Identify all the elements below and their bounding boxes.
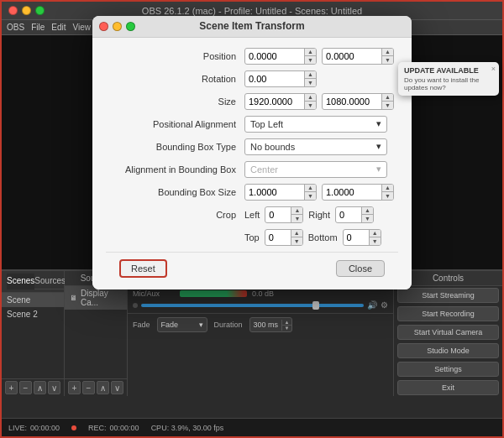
size-w-down[interactable]: ▼: [305, 102, 316, 110]
rotation-down[interactable]: ▼: [305, 79, 316, 87]
bbox-type-label: Bounding Box Type: [106, 142, 244, 152]
status-bar: LIVE: 00:00:00 REC: 00:00:00 CPU: 3.9%, …: [2, 418, 502, 436]
volume-slider-row: 🔊 ⚙: [133, 300, 388, 310]
duration-down[interactable]: ▼: [282, 326, 291, 331]
start-virtual-camera-button[interactable]: Start Virtual Camera: [397, 325, 499, 340]
position-y-field[interactable]: 0.0000: [323, 49, 381, 64]
close-dialog-button[interactable]: Close: [336, 260, 385, 277]
size-w-up[interactable]: ▲: [305, 93, 316, 102]
scenes-remove-button[interactable]: −: [19, 381, 32, 394]
mic-aux-db: 0.0 dB: [252, 289, 274, 298]
bbox-w-up[interactable]: ▲: [305, 184, 316, 193]
rotation-field[interactable]: 0.00: [245, 71, 304, 86]
tab-sources-mini[interactable]: Sources: [34, 274, 66, 289]
crop-right-input[interactable]: 0 ▲ ▼: [335, 206, 374, 223]
crop-top-field[interactable]: 0: [265, 230, 291, 245]
source-item-display[interactable]: 🖥 Display Ca...: [65, 286, 127, 310]
positional-alignment-select[interactable]: Top Left ▾: [244, 116, 387, 133]
position-x-field[interactable]: 0.0000: [245, 49, 304, 64]
menu-file[interactable]: File: [31, 23, 45, 32]
dialog-buttons: Reset Close: [106, 252, 398, 278]
bbox-h-field[interactable]: 1.0000: [323, 185, 381, 200]
bbox-h-up[interactable]: ▲: [382, 184, 393, 193]
sources-bottom-bar: + − ∧ ∨: [65, 378, 127, 396]
crop-left-field[interactable]: 0: [265, 207, 291, 222]
bbox-w-down[interactable]: ▼: [305, 192, 316, 201]
size-h-field[interactable]: 1080.0000: [323, 94, 381, 109]
crop-right-up[interactable]: ▲: [362, 206, 373, 216]
size-h-up[interactable]: ▲: [382, 93, 393, 102]
scenes-down-button[interactable]: ∨: [48, 381, 60, 394]
crop-bottom-up[interactable]: ▲: [370, 229, 381, 238]
bbox-type-select[interactable]: No bounds ▾: [244, 138, 387, 155]
crop-right-down[interactable]: ▼: [362, 215, 373, 223]
crop-right-field[interactable]: 0: [336, 207, 361, 222]
alignment-bbox-select[interactable]: Center ▾: [244, 161, 387, 178]
crop-top-up[interactable]: ▲: [291, 229, 302, 238]
crop-left-input[interactable]: 0 ▲ ▼: [265, 206, 303, 223]
maximize-button[interactable]: [35, 6, 45, 15]
fade-select[interactable]: Fade ▾: [157, 317, 207, 332]
bbox-h-down[interactable]: ▼: [382, 192, 393, 201]
mute-icon[interactable]: [133, 303, 138, 308]
sources-up-button[interactable]: ∧: [97, 381, 109, 394]
scenes-add-button[interactable]: +: [5, 381, 18, 394]
size-w-input[interactable]: 1920.0000 ▲ ▼: [244, 93, 317, 110]
volume-slider[interactable]: [141, 304, 364, 307]
position-x-up[interactable]: ▲: [305, 48, 316, 57]
sources-remove-button[interactable]: −: [82, 381, 95, 394]
position-y-up[interactable]: ▲: [382, 48, 393, 57]
bbox-w-arrows: ▲ ▼: [304, 184, 316, 201]
volume-handle[interactable]: [312, 301, 319, 310]
crop-bottom-field[interactable]: 0: [344, 230, 369, 245]
minimize-button[interactable]: [22, 6, 31, 15]
crop-top-input[interactable]: 0 ▲ ▼: [265, 229, 303, 246]
position-y-down[interactable]: ▼: [382, 56, 393, 65]
close-button[interactable]: [8, 6, 18, 15]
bbox-h-input[interactable]: 1.0000 ▲ ▼: [322, 184, 394, 201]
bbox-type-row: Bounding Box Type No bounds ▾: [106, 138, 398, 155]
dialog-maximize-button[interactable]: [126, 22, 135, 31]
position-x-input[interactable]: 0.0000 ▲ ▼: [244, 48, 317, 65]
scenes-up-button[interactable]: ∧: [34, 381, 46, 394]
rotation-up[interactable]: ▲: [305, 70, 316, 80]
start-streaming-button[interactable]: Start Streaming: [397, 288, 499, 303]
duration-up[interactable]: ▲: [282, 320, 291, 326]
sources-add-button[interactable]: +: [68, 381, 81, 394]
menu-edit[interactable]: Edit: [51, 23, 66, 32]
scene-item-scene1[interactable]: Scene: [2, 293, 64, 307]
dialog-close-button[interactable]: [99, 22, 108, 31]
scene-item-scene2[interactable]: Scene 2: [2, 307, 64, 321]
crop-top-down[interactable]: ▼: [291, 237, 302, 246]
crop-left-up[interactable]: ▲: [291, 206, 302, 216]
size-w-field[interactable]: 1920.0000: [245, 94, 304, 109]
bbox-w-field[interactable]: 1.0000: [245, 185, 304, 200]
rotation-input[interactable]: 0.00 ▲ ▼: [244, 70, 317, 87]
reset-button[interactable]: Reset: [119, 259, 167, 278]
crop-bottom-input[interactable]: 0 ▲ ▼: [343, 229, 381, 246]
crop-left-down[interactable]: ▼: [291, 215, 302, 223]
size-h-input[interactable]: 1080.0000 ▲ ▼: [322, 93, 394, 110]
duration-input[interactable]: 300 ms ▲ ▼: [249, 317, 293, 332]
tab-scenes[interactable]: Scenes: [7, 274, 34, 289]
position-x-down[interactable]: ▼: [305, 56, 316, 65]
position-y-input[interactable]: 0.0000 ▲ ▼: [322, 48, 394, 65]
dialog-minimize-button[interactable]: [113, 22, 122, 31]
position-x-arrows: ▲ ▼: [304, 48, 316, 65]
menu-obs[interactable]: OBS: [7, 23, 24, 32]
studio-mode-button[interactable]: Studio Mode: [397, 343, 499, 358]
menu-view[interactable]: View: [72, 23, 91, 32]
crop-bottom-down[interactable]: ▼: [370, 237, 381, 246]
size-w-arrows: ▲ ▼: [304, 93, 316, 110]
settings-button[interactable]: Settings: [397, 362, 499, 377]
bbox-w-input[interactable]: 1.0000 ▲ ▼: [244, 184, 317, 201]
volume-icon[interactable]: 🔊: [367, 300, 377, 310]
mic-aux-label: Mic/Aux: [133, 289, 175, 298]
sources-down-button[interactable]: ∨: [111, 381, 123, 394]
exit-button[interactable]: Exit: [397, 380, 499, 395]
settings-icon[interactable]: ⚙: [381, 300, 388, 310]
notification-close-button[interactable]: ×: [491, 65, 496, 73]
start-recording-button[interactable]: Start Recording: [397, 306, 499, 321]
cpu-status: CPU: 3.9%, 30.00 fps: [151, 424, 224, 432]
size-h-down[interactable]: ▼: [382, 102, 393, 110]
